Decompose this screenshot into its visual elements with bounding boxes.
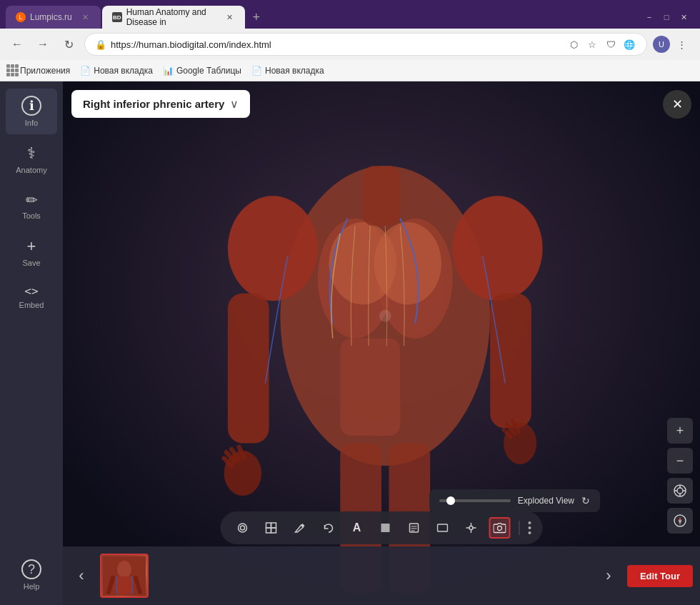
compass-button[interactable] [667, 508, 693, 534]
svg-rect-19 [266, 523, 271, 528]
tab-close-biodigital[interactable]: ✕ [225, 12, 235, 22]
dot1 [529, 521, 531, 524]
tab-close-lumpics[interactable]: ✕ [81, 12, 91, 22]
more-options-icon[interactable]: ⋮ [674, 37, 689, 51]
sidebar-item-tools[interactable]: ✏ Tools [6, 184, 57, 227]
info-panel[interactable]: Right inferior phrenic artery ∨ [71, 90, 250, 118]
toolbar-notes-btn[interactable] [404, 517, 425, 539]
bookmark-icon[interactable]: ☆ [585, 37, 599, 51]
svg-point-34 [498, 526, 502, 530]
sidebar-info-label: Info [25, 119, 38, 127]
svg-point-41 [677, 488, 683, 494]
security-icon[interactable]: 🛡 [604, 37, 618, 51]
tab-biodigital[interactable]: BD Human Anatomy and Disease in ✕ [102, 6, 245, 29]
toolbar-camera-btn[interactable] [489, 517, 511, 539]
sidebar-item-anatomy[interactable]: ⚕ Anatomy [6, 137, 57, 181]
tab-biodigital-label: Human Anatomy and Disease in [126, 7, 216, 27]
browser-chrome: L Lumpics.ru ✕ BD Human Anatomy and Dise… [0, 0, 700, 81]
svg-point-36 [117, 561, 131, 578]
tab-lumpics-label: Lumpics.ru [30, 12, 72, 22]
lock-icon: 🔒 [95, 39, 106, 50]
info-icon: ℹ [21, 96, 41, 116]
browser-actions: U ⋮ [653, 36, 693, 53]
reset-view-button[interactable] [667, 478, 693, 504]
toolbar-crosshair-btn[interactable] [461, 517, 482, 539]
back-button[interactable]: ← [7, 34, 27, 54]
exploded-label: Exploded View [518, 496, 574, 506]
toolbar-text-btn[interactable]: A [346, 517, 368, 539]
bookmarks-bar: Приложения 📄 Новая вкладка 📊 Google Табл… [0, 60, 700, 81]
sidebar-anatomy-label: Anatomy [16, 166, 46, 174]
svg-rect-22 [271, 528, 276, 533]
url-actions: ⬡ ☆ 🛡 🌐 [566, 37, 636, 51]
reset-icon [673, 484, 687, 498]
sidebar-tools-label: Tools [22, 211, 41, 220]
svg-point-4 [228, 196, 318, 301]
svg-rect-21 [266, 528, 271, 533]
toolbar-box-btn[interactable] [432, 517, 454, 539]
translate-icon[interactable]: ⬡ [566, 37, 581, 51]
close-icon: ✕ [672, 96, 683, 112]
exploded-slider-track[interactable] [439, 499, 511, 502]
sidebar-item-save[interactable]: + Save [6, 230, 57, 274]
svg-rect-11 [363, 166, 400, 226]
bookmark-newtab2-label: Новая вкладка [265, 66, 324, 76]
tour-prev-button[interactable]: ‹ [70, 564, 93, 587]
sidebar-item-info[interactable]: ℹ Info [6, 89, 57, 134]
bookmark-newtab2[interactable]: 📄 Новая вкладка [251, 66, 324, 76]
toolbar-multiselect-btn[interactable] [261, 517, 282, 539]
svg-point-18 [241, 526, 245, 530]
tab-lumpics[interactable]: L Lumpics.ru ✕ [6, 6, 101, 29]
reload-button[interactable]: ↻ [59, 34, 79, 54]
url-text: https://human.biodigital.com/index.html [111, 39, 562, 50]
bookmark-newtab1-label: Новая вкладка [94, 66, 153, 76]
zoom-in-icon: + [676, 424, 684, 439]
svg-point-16 [379, 310, 391, 322]
minimize-button[interactable]: − [644, 12, 654, 22]
close-window-button[interactable]: ✕ [679, 12, 689, 22]
svg-point-33 [469, 526, 473, 530]
biodigital-favicon: BD [112, 12, 122, 22]
forward-button[interactable]: → [33, 34, 53, 54]
svg-rect-10 [340, 339, 400, 436]
vpn-icon[interactable]: 🌐 [622, 37, 636, 51]
sidebar-item-embed[interactable]: <> Embed [6, 277, 57, 316]
lumpics-favicon: L [16, 12, 26, 22]
save-plus-icon: + [27, 237, 36, 256]
svg-rect-20 [271, 523, 276, 528]
url-bar[interactable]: 🔒 https://human.biodigital.com/index.htm… [84, 33, 647, 56]
sidebar-item-help[interactable]: ? Help [6, 552, 57, 598]
toolbar-square-btn[interactable] [375, 517, 396, 539]
svg-point-17 [239, 524, 247, 532]
bookmark-sheets[interactable]: 📊 Google Таблицы [163, 66, 241, 76]
toolbar-select-btn[interactable] [232, 517, 254, 539]
main-viewport: Right inferior phrenic artery ∨ ✕ Explod… [63, 81, 700, 605]
close-button[interactable]: ✕ [663, 90, 691, 119]
exploded-refresh-icon[interactable]: ↻ [581, 495, 590, 506]
new-tab-button[interactable]: + [246, 7, 266, 27]
toolbar-more-btn[interactable] [529, 521, 531, 534]
tab-bar: L Lumpics.ru ✕ BD Human Anatomy and Dise… [0, 0, 700, 29]
zoom-out-button[interactable]: − [667, 448, 693, 474]
viewport-toolbar: A [221, 511, 543, 544]
bookmark-apps-label: Приложения [20, 66, 70, 76]
address-bar: ← → ↻ 🔒 https://human.biodigital.com/ind… [0, 29, 700, 60]
apps-icon [7, 66, 17, 76]
zoom-in-button[interactable]: + [667, 418, 693, 444]
tour-thumbnail[interactable] [100, 554, 149, 598]
tour-next-button[interactable]: › [597, 564, 620, 587]
bookmark-newtab1[interactable]: 📄 Новая вкладка [80, 66, 153, 76]
toolbar-pen-btn[interactable] [289, 517, 311, 539]
exploded-slider-thumb [446, 496, 455, 505]
edit-tour-button[interactable]: Edit Tour [627, 565, 693, 587]
dot2 [529, 526, 531, 529]
maximize-button[interactable]: □ [661, 12, 671, 22]
page-icon-1: 📄 [80, 66, 91, 76]
tools-icon: ✏ [26, 191, 38, 209]
toolbar-undo-btn[interactable] [318, 517, 339, 539]
bookmark-apps[interactable]: Приложения [7, 66, 70, 76]
sidebar-save-label: Save [22, 259, 40, 267]
compass-icon [673, 514, 687, 528]
profile-avatar[interactable]: U [653, 36, 670, 53]
zoom-out-icon: − [676, 454, 684, 469]
